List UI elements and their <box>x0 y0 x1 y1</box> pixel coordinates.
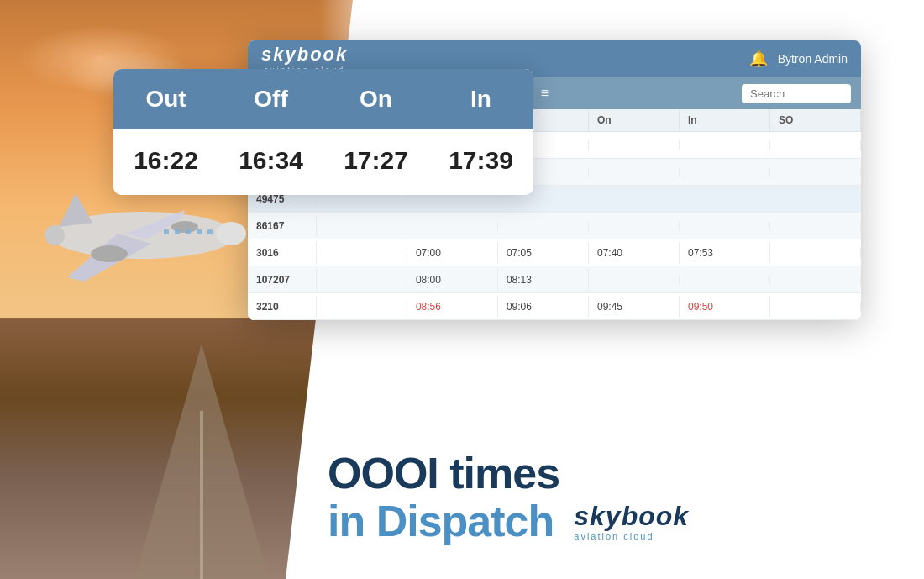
oooi-val-in: 17:39 <box>428 146 533 175</box>
cell-sao <box>317 221 407 231</box>
cell-out: 08:56 <box>407 296 498 318</box>
cell-sao <box>317 194 407 204</box>
user-display: Bytron Admin <box>778 52 848 66</box>
table-row: 3210 08:56 09:06 09:45 09:50 <box>248 293 861 320</box>
cell-sao <box>317 302 407 312</box>
oooi-times-heading: OOOI times <box>328 450 689 497</box>
cell-on <box>589 221 680 231</box>
cell-sao <box>317 275 407 285</box>
header-right: 🔔 Bytron Admin <box>749 50 848 68</box>
search-input[interactable] <box>742 84 851 103</box>
col-in: In <box>680 109 770 131</box>
svg-rect-5 <box>164 229 169 234</box>
brand-name: skybook <box>574 502 689 531</box>
cell-off: 08:13 <box>498 269 589 291</box>
svg-rect-6 <box>175 229 180 234</box>
svg-rect-8 <box>197 229 202 234</box>
cell-so <box>770 221 861 231</box>
cell-in <box>680 167 770 177</box>
cell-so <box>770 140 861 150</box>
cell-on <box>589 140 680 150</box>
cell-in <box>680 275 770 285</box>
cell-so <box>770 275 861 285</box>
skybook-brand-logo: skybook aviation cloud <box>574 502 689 541</box>
cell-in <box>680 140 770 150</box>
cell-sao <box>317 248 407 258</box>
cell-in: 09:50 <box>680 296 770 318</box>
svg-rect-7 <box>186 229 191 234</box>
dispatch-heading: in Dispatch skybook aviation cloud <box>328 497 689 545</box>
oooi-val-on: 17:27 <box>323 146 428 175</box>
table-row: 107207 08:00 08:13 <box>248 266 861 293</box>
cell-on: 09:45 <box>589 296 680 318</box>
bottom-text-section: OOOI times in Dispatch skybook aviation … <box>328 450 689 545</box>
svg-rect-9 <box>207 229 213 234</box>
cell-on <box>589 275 680 285</box>
cell-on: 07:40 <box>589 242 680 264</box>
table-row: 3016 07:00 07:05 07:40 07:53 <box>248 239 861 266</box>
oooi-col-in: In <box>428 69 533 129</box>
cell-in <box>680 221 770 231</box>
cell-so <box>770 167 861 177</box>
sliders-icon[interactable]: ≡ <box>538 82 552 104</box>
oooi-col-on: On <box>323 69 428 129</box>
oooi-col-out: Out <box>113 69 218 129</box>
cell-off: 07:05 <box>498 242 589 264</box>
cell-so <box>770 248 861 258</box>
col-so: SO <box>770 109 861 131</box>
brand-sub: aviation cloud <box>574 531 654 541</box>
oooi-col-off: Off <box>218 69 323 129</box>
cell-off <box>498 221 589 231</box>
cell-on <box>589 194 680 204</box>
svg-point-2 <box>45 225 65 245</box>
cell-out <box>407 194 498 204</box>
cell-in: 07:53 <box>680 242 770 264</box>
cell-in <box>680 194 770 204</box>
cell-off <box>498 194 589 204</box>
cell-off: 09:06 <box>498 296 589 318</box>
cell-out: 07:00 <box>407 242 498 264</box>
cell-on <box>589 167 680 177</box>
table-row: 86167 <box>248 213 861 239</box>
svg-point-3 <box>91 245 128 262</box>
col-on: On <box>589 109 680 131</box>
cell-so <box>770 194 861 204</box>
airplane-graphic <box>17 143 269 323</box>
cell-out <box>407 221 498 231</box>
cell-so <box>770 302 861 312</box>
cell-out: 08:00 <box>407 269 498 291</box>
oooi-header: Out Off On In <box>113 69 533 129</box>
svg-point-1 <box>216 222 246 245</box>
bell-icon[interactable]: 🔔 <box>749 50 768 68</box>
